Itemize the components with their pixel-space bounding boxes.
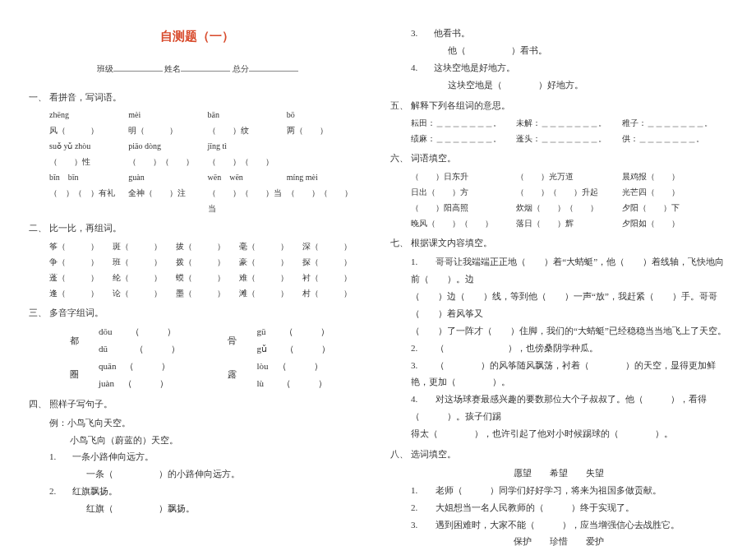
- fill-row: （ ）阳高照炊烟（ ）（ ）夕阳（ ）下: [390, 200, 727, 215]
- item-3: 3.他看书。: [390, 25, 727, 42]
- class-label: 班级: [97, 64, 113, 73]
- item-4: 4.这块空地是好地方。: [390, 59, 727, 76]
- text-line: 4. 对这场球赛最感兴趣的要数那位大个子叔叔了。他（ ），看得（ ）。孩子们踢: [390, 391, 727, 425]
- section-4-heading: 四、 照样子写句子。: [29, 396, 366, 413]
- header-fields: 班级 姓名 总分: [29, 61, 366, 76]
- choice-item: 3. 遇到困难时，大家不能（ ），应当增强信心去战胜它。: [390, 516, 727, 534]
- example-label: 例：小鸟飞向天空。: [29, 414, 366, 432]
- section-5-heading: 五、 解释下列各组词的意思。: [390, 97, 727, 114]
- pinyin-row: suǒ yǔ zhòupiāo dòngjīng tì: [29, 138, 366, 154]
- section-7-heading: 七、 根据课文内容填空。: [390, 234, 727, 252]
- item-3-answer: 他（ ）看书。: [390, 42, 727, 59]
- choice-item: 1. 老师（ ）同学们好好学习，将来为祖国多做贡献。: [390, 482, 727, 499]
- fill-row: （ ）日东升（ ）光万道晨鸡报（ ）: [390, 169, 727, 184]
- polyphonic-row: 都 dōu （ ）dū （ ） 骨 gū （ ）gǔ （ ）: [29, 323, 366, 358]
- left-column: 自测题（一） 班级 姓名 总分 一、 看拼音，写词语。 zhēngmèibānb…: [16, 25, 378, 538]
- compare-row: 蓬（ ）纶（ ）蟆（ ）难（ ）衬（ ）: [29, 270, 366, 285]
- compare-row: 争（ ）班（ ）拨（ ）豪（ ）探（ ）: [29, 254, 366, 270]
- right-column: 3.他看书。 他（ ）看书。 4.这块空地是好地方。 这块空地是（ ）好地方。 …: [378, 25, 740, 538]
- item-1-answer: 一条（ ）的小路伸向远方。: [29, 465, 366, 483]
- polyphonic-row: 圈 quān （ ）juàn （ ） 露 lòu （ ）lù （ ）: [29, 358, 366, 392]
- text-line: 3. （ ）的风筝随风飘荡，衬着（ ）的天空，显得更加鲜艳，更加（ ）。: [390, 357, 727, 391]
- word-choices: 保护 珍惜 爱护: [390, 533, 727, 546]
- section-1-heading: 一、 看拼音，写词语。: [29, 89, 366, 106]
- answer-row: （ ）性（ ）（ ）（ ）（ ）: [29, 154, 366, 169]
- name-label: 姓名: [164, 64, 181, 73]
- fill-row: 晚风（ ）（ ）落日（ ）辉夕阳如（ ）: [390, 215, 727, 231]
- section-3-heading: 三、 多音字组词。: [29, 304, 366, 322]
- item-2-answer: 红旗（ ）飘扬。: [29, 500, 366, 517]
- section-8-heading: 八、 选词填空。: [390, 446, 727, 463]
- score-label: 总分: [233, 64, 249, 73]
- example-line: 小鸟飞向（蔚蓝的）天空。: [29, 432, 366, 449]
- text-line: （ ）边（ ）线，等到他（ ）一声“放”，我赶紧（ ）手。哥哥（ ）着风筝又: [390, 288, 727, 322]
- pinyin-row: bīn bīnguànwēn wēnmíng mèi: [29, 169, 366, 185]
- text-line: （ ）了一阵才（ ）住脚，我们的“大蜻蜓”已经稳稳当当地飞上了天空。: [390, 322, 727, 340]
- section-2-heading: 二、 比一比，再组词。: [29, 220, 366, 237]
- text-line: 得太（ ），也许引起了他对小时候踢球的（ ）。: [390, 425, 727, 442]
- text-line: 2. （ ），也傍桑阴学种瓜。: [390, 340, 727, 357]
- word-choices: 愿望 希望 失望: [390, 465, 727, 482]
- section-6-heading: 六、 词语填空。: [390, 150, 727, 167]
- item-1: 1.一条小路伸向远方。: [29, 448, 366, 465]
- answer-row: 风（ ）明（ ）（ ）纹两（ ）: [29, 123, 366, 138]
- compare-row: 筝（ ）斑（ ）拔（ ）毫（ ）深（ ）: [29, 238, 366, 254]
- fill-row: 日出（ ）方（ ）（ ）升起光芒四（ ）: [390, 184, 727, 200]
- page-title: 自测题（一）: [29, 25, 366, 49]
- compare-row: 逢（ ）论（ ）墨（ ）滩（ ）村（ ）: [29, 285, 366, 301]
- answer-row: （ ）（ ）有礼全神（ ）注（ ）（ ）当当（ ）（ ）: [29, 185, 366, 216]
- explain-row: 耘田：＿＿＿＿＿＿＿。未解：＿＿＿＿＿＿＿。稚子：＿＿＿＿＿＿＿。: [390, 115, 727, 131]
- item-4-answer: 这块空地是（ ）好地方。: [390, 76, 727, 94]
- pinyin-row: zhēngmèibānbō: [29, 107, 366, 123]
- choice-item: 2. 大姐想当一名人民教师的（ ）终于实现了。: [390, 499, 727, 516]
- explain-row: 绩麻：＿＿＿＿＿＿＿。蓬头：＿＿＿＿＿＿＿。供：＿＿＿＿＿＿＿。: [390, 131, 727, 146]
- text-line: 1. 哥哥让我端端正正地（ ）着“大蜻蜓”，他（ ）着线轴，飞快地向前（ ）。边: [390, 253, 727, 288]
- item-2: 2.红旗飘扬。: [29, 483, 366, 500]
